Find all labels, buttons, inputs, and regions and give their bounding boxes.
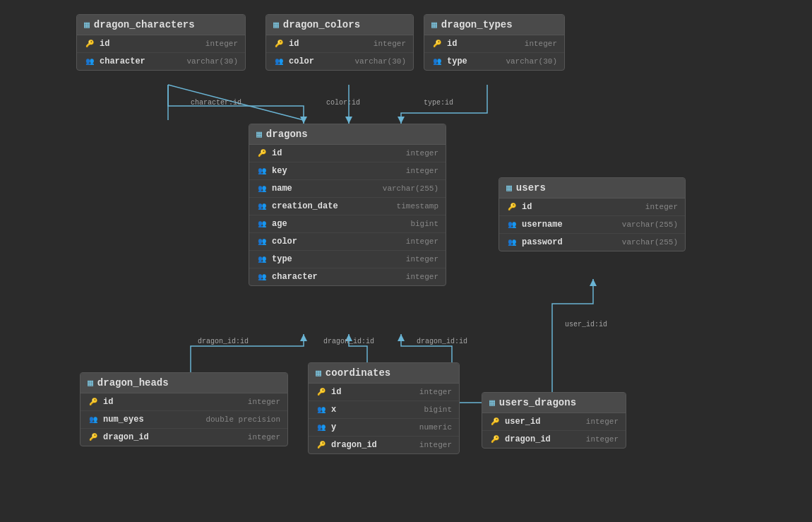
svg-marker-8 bbox=[300, 334, 307, 341]
pk-icon: 🔑 bbox=[256, 148, 268, 159]
table-header-dragon-colors: ▦ dragon_colors bbox=[266, 15, 413, 35]
table-row: 👥 name varchar(255) bbox=[249, 180, 446, 198]
pk-icon: 🔑 bbox=[506, 201, 518, 213]
table-name: users bbox=[516, 182, 546, 194]
field-type: integer bbox=[406, 273, 438, 281]
table-header-coordinates: ▦ coordinates bbox=[309, 363, 459, 384]
field-name: dragon_id bbox=[103, 432, 244, 442]
fk-icon: 👥 bbox=[256, 218, 268, 230]
table-name: dragon_characters bbox=[94, 19, 195, 30]
table-row: 🔑 id integer bbox=[309, 384, 459, 401]
fk-icon: 👥 bbox=[273, 56, 285, 67]
db-canvas: character:id color:id type:id dragon_id:… bbox=[0, 0, 812, 522]
table-row: 🔑 dragon_id integer bbox=[80, 429, 287, 446]
field-type: varchar(255) bbox=[383, 184, 438, 193]
field-type: bigint bbox=[424, 405, 452, 414]
fk-icon: 👥 bbox=[88, 414, 99, 425]
field-name: creation_date bbox=[272, 201, 393, 211]
fk-icon: 👥 bbox=[316, 404, 327, 415]
field-name: dragon_id bbox=[331, 440, 415, 450]
field-name: id bbox=[289, 39, 369, 49]
field-name: dragon_id bbox=[505, 434, 582, 444]
table-row: 👥 type integer bbox=[249, 251, 446, 268]
fk-icon: 🔑 bbox=[88, 432, 99, 443]
fk-icon: 🔑 bbox=[316, 439, 327, 451]
fk-icon: 👥 bbox=[256, 254, 268, 265]
field-type: integer bbox=[406, 167, 438, 175]
table-users-dragons[interactable]: ▦ users_dragons 🔑 user_id integer 🔑 drag… bbox=[482, 392, 626, 449]
table-row: 🔑 id integer bbox=[266, 35, 413, 53]
svg-text:dragon_id:id: dragon_id:id bbox=[417, 338, 467, 345]
pk-icon: 🔑 bbox=[431, 38, 443, 49]
table-name: users_dragons bbox=[499, 397, 576, 408]
field-type: integer bbox=[248, 433, 280, 441]
table-icon: ▦ bbox=[431, 19, 437, 30]
table-row: 👥 color integer bbox=[249, 233, 446, 251]
field-name: num_eyes bbox=[103, 415, 201, 425]
table-dragon-colors[interactable]: ▦ dragon_colors 🔑 id integer 👥 color var… bbox=[265, 14, 414, 71]
table-name: coordinates bbox=[326, 367, 390, 379]
field-type: varchar(30) bbox=[354, 57, 406, 66]
table-header-dragon-types: ▦ dragon_types bbox=[424, 15, 564, 35]
field-name: id bbox=[522, 202, 641, 212]
table-dragon-heads[interactable]: ▦ dragon_heads 🔑 id integer 👥 num_eyes d… bbox=[80, 372, 288, 446]
field-type: varchar(255) bbox=[622, 220, 678, 229]
field-name: id bbox=[103, 397, 244, 407]
table-dragon-characters[interactable]: ▦ dragon_characters 🔑 id integer 👥 chara… bbox=[76, 14, 246, 71]
table-coordinates[interactable]: ▦ coordinates 🔑 id integer 👥 x bigint 👥 … bbox=[308, 362, 460, 454]
table-dragon-types[interactable]: ▦ dragon_types 🔑 id integer 👥 type varch… bbox=[424, 14, 565, 71]
field-type: integer bbox=[419, 388, 452, 396]
fk-icon: 👥 bbox=[256, 236, 268, 247]
field-type: integer bbox=[374, 40, 406, 48]
table-icon: ▦ bbox=[84, 19, 90, 30]
field-name: color bbox=[272, 237, 402, 247]
field-name: username bbox=[522, 220, 618, 230]
field-name: password bbox=[522, 237, 618, 247]
table-header-dragon-characters: ▦ dragon_characters bbox=[77, 15, 245, 35]
field-type: timestamp bbox=[397, 202, 438, 210]
field-name: user_id bbox=[505, 417, 582, 427]
table-row: 🔑 id integer bbox=[77, 35, 245, 53]
table-header-users: ▦ users bbox=[499, 178, 685, 198]
table-name: dragon_heads bbox=[97, 377, 169, 388]
fk-icon: 👥 bbox=[256, 201, 268, 212]
table-row: 👥 username varchar(255) bbox=[499, 216, 685, 234]
table-row: 👥 key integer bbox=[249, 162, 446, 180]
pk-icon: 🔑 bbox=[88, 396, 99, 408]
pk-icon: 🔑 bbox=[316, 386, 327, 398]
fk-icon: 🔑 bbox=[489, 434, 501, 445]
svg-text:color:id: color:id bbox=[326, 99, 360, 107]
svg-text:type:id: type:id bbox=[424, 99, 453, 107]
field-name: y bbox=[331, 422, 415, 432]
table-row: 👥 color varchar(30) bbox=[266, 53, 413, 70]
fk-icon: 👥 bbox=[256, 183, 268, 194]
table-icon: ▦ bbox=[316, 367, 321, 379]
fk-icon: 👥 bbox=[256, 165, 268, 177]
table-icon: ▦ bbox=[88, 377, 93, 388]
field-name: type bbox=[272, 254, 402, 264]
field-type: integer bbox=[406, 255, 438, 263]
svg-marker-4 bbox=[345, 117, 352, 124]
table-row: 👥 character integer bbox=[249, 268, 446, 285]
svg-marker-12 bbox=[398, 334, 405, 341]
table-name: dragon_colors bbox=[283, 19, 360, 30]
fk-icon: 👥 bbox=[256, 271, 268, 283]
field-type: integer bbox=[406, 237, 438, 246]
table-row: 🔑 id integer bbox=[499, 198, 685, 216]
field-type: integer bbox=[586, 417, 619, 426]
field-name: character bbox=[272, 272, 402, 282]
field-type: double precision bbox=[205, 415, 280, 424]
table-row: 👥 num_eyes double precision bbox=[80, 411, 287, 429]
field-type: integer bbox=[525, 40, 557, 48]
svg-line-1 bbox=[168, 85, 304, 120]
field-name: id bbox=[100, 39, 201, 49]
table-users[interactable]: ▦ users 🔑 id integer 👥 username varchar(… bbox=[498, 177, 686, 251]
svg-text:dragon_id:id: dragon_id:id bbox=[198, 338, 249, 345]
fk-icon: 👥 bbox=[506, 219, 518, 230]
table-dragons[interactable]: ▦ dragons 🔑 id integer 👥 key integer 👥 n… bbox=[249, 124, 446, 286]
table-row: 👥 character varchar(30) bbox=[77, 53, 245, 70]
table-row: 🔑 id integer bbox=[249, 145, 446, 162]
field-name: id bbox=[447, 39, 520, 49]
fk-icon: 👥 bbox=[506, 237, 518, 248]
field-type: integer bbox=[248, 398, 280, 406]
